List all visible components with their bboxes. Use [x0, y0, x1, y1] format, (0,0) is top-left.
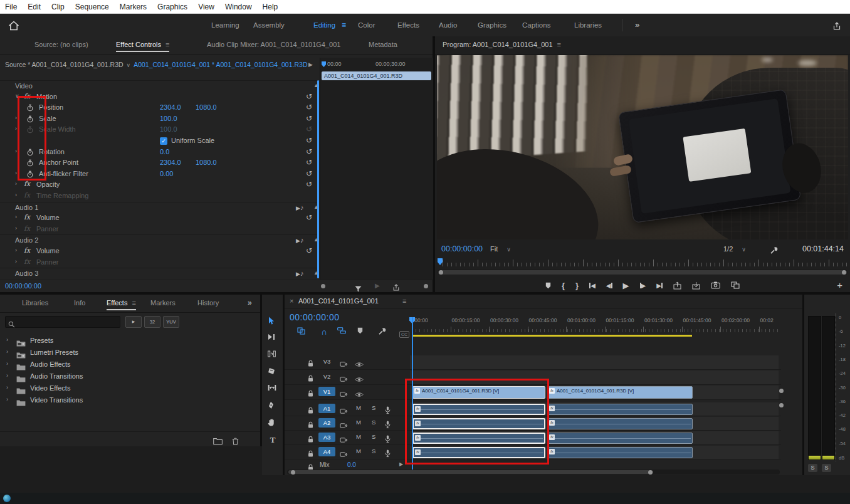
- effect-row-time-remapping[interactable]: ›fxTime Remapping: [0, 191, 317, 202]
- scroll-handle[interactable]: [439, 270, 443, 275]
- panel-overflow-button[interactable]: »: [248, 295, 252, 311]
- reset-parameter-icon[interactable]: ↺: [306, 136, 312, 145]
- panel-menu-icon[interactable]: ≡: [557, 41, 561, 48]
- workspace-tab-color[interactable]: Color: [358, 14, 375, 36]
- audio-clip[interactable]: fx: [547, 404, 693, 415]
- video-clip[interactable]: fxA001_C014_0101G4_001.R3D [V]: [547, 386, 693, 399]
- linked-selection-icon[interactable]: [337, 327, 349, 337]
- effects-search-input[interactable]: [5, 316, 120, 328]
- button-editor-icon[interactable]: +: [837, 280, 842, 290]
- solo-track-button[interactable]: S: [372, 404, 375, 411]
- step-forward-icon[interactable]: ▶: [640, 282, 646, 289]
- expand-icon[interactable]: ›: [15, 170, 17, 176]
- expand-icon[interactable]: ›: [6, 348, 8, 355]
- solo-track-button[interactable]: S: [372, 419, 375, 426]
- comparison-view-icon[interactable]: [731, 281, 740, 289]
- audio-clip[interactable]: fx: [547, 447, 693, 458]
- workspace-tab-libraries[interactable]: Libraries: [574, 14, 602, 36]
- source-patch-icon[interactable]: [340, 448, 348, 459]
- source-patch-icon[interactable]: [340, 358, 348, 369]
- expand-icon[interactable]: ›: [15, 115, 17, 121]
- browser-app-icon[interactable]: [3, 495, 11, 502]
- reset-parameter-icon[interactable]: ↺: [306, 246, 312, 255]
- panel-menu-icon[interactable]: ≡: [132, 299, 135, 307]
- effect-row-volume[interactable]: ›fxVolume↺: [0, 246, 317, 257]
- yuv-effects-badge[interactable]: YUV: [163, 316, 179, 328]
- expand-icon[interactable]: ›: [6, 336, 8, 343]
- source-panel-tab-source-no-clips-[interactable]: Source: (no clips): [34, 36, 88, 53]
- folder-audio-effects[interactable]: ›Audio Effects: [0, 359, 260, 370]
- source-patch-icon[interactable]: [340, 405, 348, 416]
- source-patch-icon[interactable]: [340, 419, 348, 431]
- mix-track-value[interactable]: 0.0: [347, 461, 356, 468]
- folder-video-effects[interactable]: ›Video Effects: [0, 382, 260, 394]
- add-marker-icon[interactable]: [357, 327, 369, 337]
- ripple-edit-tool[interactable]: [268, 350, 278, 360]
- export-icon[interactable]: [392, 281, 400, 293]
- settings-wrench-icon[interactable]: [770, 244, 778, 256]
- effects-panel-tab-effects[interactable]: Effects≡: [107, 295, 136, 311]
- toggle-track-output-icon[interactable]: [355, 389, 364, 400]
- effects-panel-tab-history[interactable]: History: [197, 295, 219, 311]
- close-icon[interactable]: ×: [290, 297, 293, 305]
- track-target-a4[interactable]: A4: [318, 447, 335, 456]
- track-target-a1[interactable]: A1: [318, 404, 335, 413]
- play-audio-icon[interactable]: ▶♪: [296, 270, 303, 277]
- effect-row-panner[interactable]: ›fxPanner: [0, 257, 317, 268]
- effect-section-audio-3[interactable]: Audio 3▶♪▲: [0, 268, 317, 280]
- voiceover-record-icon[interactable]: [385, 404, 391, 416]
- new-custom-bin-icon[interactable]: [213, 435, 223, 446]
- effects-panel-tab-info[interactable]: Info: [74, 295, 85, 311]
- expand-icon[interactable]: ›: [15, 125, 17, 132]
- track-target-v1[interactable]: V1: [318, 387, 335, 396]
- expand-icon[interactable]: ›: [15, 258, 17, 265]
- play-audio-icon[interactable]: ▶♪: [296, 236, 303, 244]
- source-patch-icon[interactable]: [340, 434, 348, 445]
- mute-track-button[interactable]: M: [356, 404, 361, 411]
- property-value[interactable]: 2304.0: [160, 159, 181, 166]
- voiceover-record-icon[interactable]: [385, 419, 391, 430]
- timeline-timecode[interactable]: 00:00:00:00: [290, 312, 339, 322]
- delete-icon[interactable]: [232, 435, 239, 446]
- menu-markers[interactable]: Markers: [120, 3, 147, 11]
- workspace-tab-graphics[interactable]: Graphics: [478, 14, 506, 36]
- lock-track-icon[interactable]: [307, 448, 314, 459]
- expand-icon[interactable]: ›: [15, 247, 17, 253]
- scroll-handle[interactable]: [648, 470, 653, 475]
- sequence-clip-label[interactable]: A001_C014_0101G4_001 * A001_C014_0101G4_…: [134, 61, 307, 68]
- reset-parameter-icon[interactable]: ↺: [306, 213, 312, 222]
- panel-menu-icon[interactable]: ≡: [165, 41, 169, 48]
- effect-row-uniform-scale[interactable]: ✓Uniform Scale↺: [0, 135, 317, 147]
- reset-parameter-icon[interactable]: ↺: [306, 180, 312, 189]
- property-value[interactable]: 0.00: [160, 170, 173, 177]
- source-patch-icon[interactable]: [340, 388, 348, 399]
- mark-out-icon[interactable]: }: [575, 281, 579, 290]
- quick-export-icon[interactable]: [832, 20, 841, 31]
- go-to-out-icon[interactable]: ▶: [656, 282, 663, 289]
- effects-panel-tab-markers[interactable]: Markers: [150, 295, 176, 311]
- sequence-tab-title[interactable]: A001_C014_0101G4_001: [298, 297, 379, 305]
- menu-sequence[interactable]: Sequence: [75, 3, 109, 11]
- toggle-track-output-icon[interactable]: [355, 359, 364, 370]
- track-target-a2[interactable]: A2: [318, 418, 335, 428]
- panel-menu-icon[interactable]: ≡: [402, 297, 406, 305]
- expand-icon[interactable]: ›: [15, 192, 17, 198]
- reset-parameter-icon[interactable]: ↺: [306, 158, 312, 167]
- effect-row-opacity[interactable]: ›fxOpacity↺: [0, 179, 317, 191]
- workspace-tab-assembly[interactable]: Assembly: [253, 14, 285, 36]
- voiceover-record-icon[interactable]: [385, 448, 391, 459]
- effect-row-panner[interactable]: ›fxPanner: [0, 224, 317, 235]
- source-panel-tab-metadata[interactable]: Metadata: [369, 36, 397, 53]
- accelerated-effects-badge[interactable]: ▶: [125, 316, 142, 328]
- home-icon[interactable]: [8, 19, 19, 31]
- effects-panel-tab-libraries[interactable]: Libraries: [22, 295, 48, 311]
- solo-track-button[interactable]: S: [372, 448, 375, 454]
- effect-row-position[interactable]: Position2304.01080.0↺: [0, 102, 317, 113]
- reset-parameter-icon[interactable]: ↺: [306, 147, 312, 156]
- folder-audio-transitions[interactable]: ›Audio Transitions: [0, 370, 260, 382]
- mute-track-button[interactable]: M: [356, 433, 361, 440]
- effect-section-audio-2[interactable]: Audio 2▶♪▲: [0, 234, 317, 246]
- timeline-tab[interactable]: × A001_C014_0101G4_001 ≡: [285, 295, 802, 309]
- marker-icon[interactable]: [545, 282, 551, 289]
- menu-window[interactable]: Window: [225, 3, 252, 11]
